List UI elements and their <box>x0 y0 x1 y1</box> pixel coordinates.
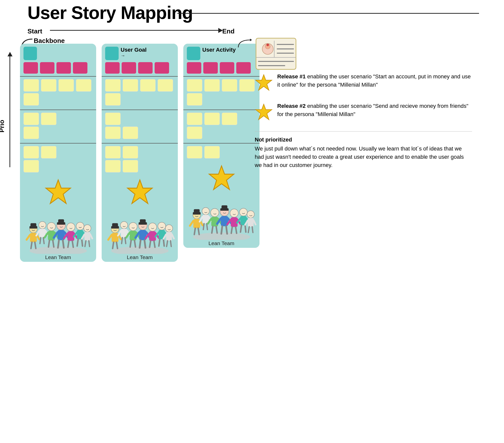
yellow-card <box>222 113 237 125</box>
svg-line-132 <box>231 227 232 233</box>
svg-marker-97 <box>250 39 252 41</box>
svg-rect-107 <box>194 209 200 213</box>
yellow-card <box>23 93 39 106</box>
svg-rect-52 <box>112 233 118 242</box>
svg-point-156 <box>266 44 269 46</box>
release1-text: Release #1 enabling the user scenario "S… <box>277 72 472 89</box>
svg-line-56 <box>116 242 117 248</box>
svg-line-113 <box>207 224 207 230</box>
col3-people: Lean Team <box>187 194 256 248</box>
svg-point-43 <box>84 225 91 232</box>
svg-line-35 <box>68 241 69 247</box>
col2-notprio: Lean Team <box>102 143 178 262</box>
col2-release2 <box>102 110 178 143</box>
svg-point-31 <box>67 223 75 231</box>
pink-card <box>187 62 201 74</box>
release2-star-icon <box>255 103 273 123</box>
svg-line-15 <box>40 238 40 244</box>
col1-backbone <box>20 44 96 76</box>
right-panel: Release #1 enabling the user scenario "S… <box>255 72 472 169</box>
yellow-card <box>187 146 202 158</box>
svg-rect-141 <box>248 218 253 227</box>
yellow-card <box>123 146 138 158</box>
pink-card <box>122 62 136 74</box>
column-1: Lean Team <box>20 44 96 262</box>
svg-line-133 <box>236 227 237 233</box>
col2-header-text: User Goal <box>121 47 147 53</box>
col2-header-arrow: → <box>121 53 147 58</box>
svg-point-114 <box>211 208 219 217</box>
svg-point-91 <box>165 225 173 232</box>
svg-line-28 <box>63 240 64 248</box>
svg-line-48 <box>89 241 89 246</box>
col3-header: User Activity <box>187 47 256 60</box>
col1-pink-row <box>23 62 93 74</box>
svg-rect-78 <box>140 219 146 223</box>
svg-point-85 <box>158 222 166 230</box>
main-grid: Lean Team User Goal → <box>19 44 261 262</box>
yellow-card <box>123 79 138 92</box>
svg-point-108 <box>202 208 209 215</box>
col2-header: User Goal → <box>105 47 174 60</box>
col1-notprio: Lean Team <box>20 143 96 262</box>
svg-line-118 <box>212 226 213 233</box>
svg-rect-80 <box>149 231 156 241</box>
yellow-card <box>123 160 138 172</box>
col2-pink-row <box>105 62 174 74</box>
svg-line-95 <box>167 241 168 246</box>
svg-marker-98 <box>209 166 234 190</box>
col1-team-label: Lean Team <box>45 254 71 260</box>
end-label: End <box>222 27 235 35</box>
yellow-card <box>187 113 202 125</box>
svg-marker-49 <box>127 180 152 204</box>
yellow-card <box>222 79 237 92</box>
pink-card <box>220 62 234 74</box>
svg-line-36 <box>72 241 73 247</box>
yellow-card <box>105 160 121 172</box>
svg-rect-32 <box>67 231 74 241</box>
col2-release1 <box>102 76 178 110</box>
svg-point-134 <box>240 208 247 216</box>
yellow-card <box>105 146 121 158</box>
svg-line-22 <box>53 240 54 247</box>
svg-line-119 <box>216 226 217 233</box>
svg-rect-18 <box>48 231 55 241</box>
svg-line-125 <box>226 226 227 234</box>
svg-point-65 <box>129 222 137 231</box>
svg-line-138 <box>240 225 241 232</box>
col1-people: Lean Team <box>23 208 93 262</box>
svg-point-128 <box>230 209 238 217</box>
svg-point-17 <box>47 222 55 231</box>
yellow-card <box>123 127 138 139</box>
pink-card <box>40 62 54 74</box>
yellow-card <box>23 146 39 158</box>
svg-marker-1 <box>46 180 70 204</box>
svg-rect-30 <box>58 219 64 223</box>
col2-star <box>105 178 174 206</box>
svg-line-53 <box>108 235 112 240</box>
right-panel-divider <box>255 131 472 132</box>
svg-line-21 <box>48 240 49 247</box>
yellow-card <box>41 79 56 92</box>
yellow-card <box>187 127 202 139</box>
yellow-card <box>23 79 39 92</box>
svg-rect-92 <box>166 232 172 241</box>
svg-rect-101 <box>193 219 200 228</box>
not-prioritized-title: Not prioritized <box>255 137 472 143</box>
svg-line-47 <box>85 241 86 246</box>
pink-card <box>105 62 120 74</box>
svg-line-94 <box>172 234 174 239</box>
svg-line-64 <box>125 238 126 244</box>
prio-arrow <box>9 52 10 167</box>
svg-point-59 <box>120 222 128 229</box>
col1-header <box>23 47 93 60</box>
yellow-card <box>105 127 121 139</box>
svg-line-104 <box>194 228 195 234</box>
timeline-arrow <box>50 30 222 31</box>
column-3: User Activity <box>183 44 259 262</box>
svg-rect-146 <box>256 38 296 69</box>
col2-team-label: Lean Team <box>127 254 153 260</box>
yellow-card <box>41 113 56 125</box>
col2-people: Lean Team <box>105 208 174 262</box>
card-icon <box>255 37 298 72</box>
